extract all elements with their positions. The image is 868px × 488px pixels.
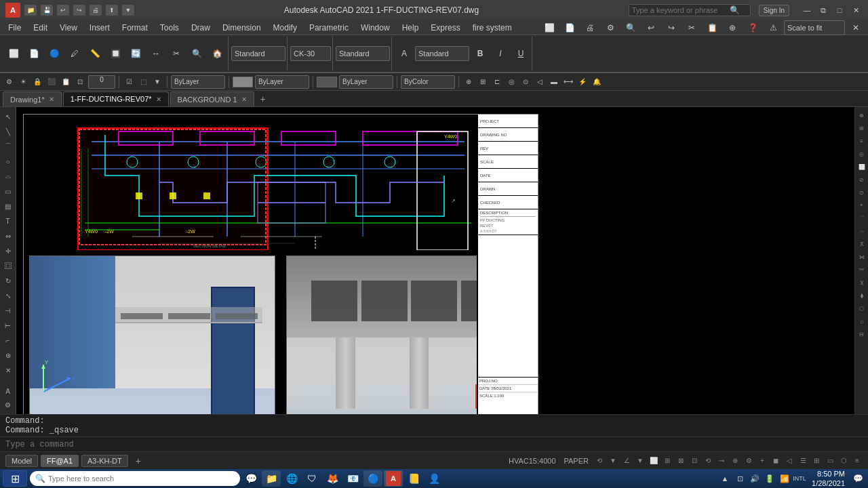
rs-btn-8[interactable]: ⌖ bbox=[856, 200, 867, 211]
status-icon-4[interactable]: ▼ bbox=[635, 455, 646, 466]
taskbar-cortana[interactable]: 💬 bbox=[241, 470, 260, 487]
status-icon-2[interactable]: ▼ bbox=[608, 455, 618, 466]
tool-pointer[interactable]: ↖ bbox=[1, 110, 15, 123]
tool-polyline[interactable]: ⌒ bbox=[1, 140, 15, 153]
export-icon[interactable]: ⬆ bbox=[106, 5, 118, 16]
taskbar-edge[interactable]: 🌐 bbox=[282, 470, 301, 487]
status-icon-17[interactable]: ⊞ bbox=[811, 455, 822, 466]
rs-btn-10[interactable]: ⌓ bbox=[856, 226, 867, 237]
rs-btn-13[interactable]: ⌤ bbox=[856, 264, 867, 275]
style2-dropdown[interactable]: Standard bbox=[336, 46, 390, 61]
rs-btn-16[interactable]: ⬡ bbox=[856, 303, 867, 314]
tool-circle[interactable]: ○ bbox=[1, 155, 15, 168]
ribbon-btn-10[interactable]: 🔍 bbox=[187, 45, 206, 62]
toolbar-icon-7[interactable]: ↪ bbox=[662, 19, 681, 37]
t2-lw-btn[interactable]: ▬ bbox=[548, 75, 560, 89]
rs-btn-12[interactable]: ⋈ bbox=[856, 251, 867, 262]
status-icon-19[interactable]: ⬡ bbox=[838, 455, 849, 466]
toolbar-icon-6[interactable]: ↩ bbox=[642, 19, 660, 37]
tool-settings[interactable]: ⚙ bbox=[1, 398, 15, 411]
ribbon-btn-5[interactable]: 📏 bbox=[85, 45, 104, 62]
tab-ff-ducting[interactable]: 1-FF-DUCTING-REV07* ✕ bbox=[63, 92, 169, 106]
taskbar-notes[interactable]: 📒 bbox=[404, 470, 423, 487]
toolbar-icon-11[interactable]: ❓ bbox=[743, 19, 762, 37]
rs-btn-5[interactable]: ⬜ bbox=[856, 161, 867, 172]
t2-tp-btn[interactable]: ⟷ bbox=[562, 75, 574, 89]
maximize-button[interactable]: ⧉ bbox=[816, 3, 830, 17]
bycolor-dropdown[interactable]: ByColor bbox=[401, 75, 455, 89]
taskbar-autocad[interactable]: A bbox=[384, 470, 403, 487]
rs-btn-11[interactable]: ⊼ bbox=[856, 239, 867, 249]
ribbon-btn-7[interactable]: 🔄 bbox=[126, 45, 145, 62]
plot-icon[interactable]: 🖨 bbox=[90, 5, 102, 16]
tool-text[interactable]: T bbox=[1, 214, 15, 228]
status-icon-12[interactable]: ⚙ bbox=[743, 455, 754, 466]
menu-parametric[interactable]: Parametric bbox=[304, 22, 354, 34]
toolbar-icon-9[interactable]: 📋 bbox=[703, 19, 722, 37]
command-input[interactable] bbox=[0, 440, 868, 449]
toolbar-icon-5[interactable]: 🔍 bbox=[621, 19, 640, 37]
ribbon-btn-4[interactable]: 🖊 bbox=[65, 45, 84, 62]
layer-input[interactable]: 0 bbox=[88, 75, 115, 89]
tool-erase[interactable]: ✕ bbox=[1, 363, 15, 377]
a3-kh-dt-tab[interactable]: A3-KH-DT bbox=[81, 455, 128, 467]
restore-button[interactable]: □ bbox=[833, 3, 846, 17]
ck30-dropdown[interactable]: CK-30 bbox=[290, 46, 331, 61]
taskbar-mail[interactable]: 📧 bbox=[343, 470, 362, 487]
notification-button[interactable]: 💬 bbox=[850, 471, 865, 486]
t2-dyn-btn[interactable]: ◁ bbox=[534, 75, 546, 89]
status-icon-8[interactable]: ⊡ bbox=[689, 455, 700, 466]
model-tab[interactable]: Model bbox=[5, 455, 38, 467]
canvas-area[interactable]: Y4W0 Y4W0 -2W -2W bbox=[16, 107, 868, 414]
tool-arc[interactable]: ⌓ bbox=[1, 169, 15, 183]
tool-copy[interactable]: ⿴ bbox=[1, 259, 15, 272]
menu-edit[interactable]: Edit bbox=[28, 22, 53, 34]
rs-btn-7[interactable]: ⊙ bbox=[856, 187, 867, 198]
tool-move[interactable]: ✛ bbox=[1, 244, 15, 258]
tray-wifi[interactable]: 📶 bbox=[778, 472, 791, 485]
start-button[interactable]: ⊞ bbox=[3, 470, 27, 487]
status-icon-14[interactable]: ◼ bbox=[770, 455, 781, 466]
status-icon-5[interactable]: ⬜ bbox=[648, 455, 659, 466]
menu-format[interactable]: Format bbox=[117, 22, 153, 34]
t2-polar-btn[interactable]: ◎ bbox=[505, 75, 517, 89]
title-search[interactable]: 🔍 bbox=[629, 4, 751, 16]
ribbon-underline-icon[interactable]: U bbox=[511, 45, 530, 62]
tray-volume[interactable]: 🔊 bbox=[748, 472, 762, 485]
menu-view[interactable]: View bbox=[54, 22, 83, 34]
rs-btn-15[interactable]: ⧫ bbox=[856, 290, 867, 301]
t2-qs-btn[interactable]: ⚡ bbox=[576, 75, 589, 89]
toolbar-icon-2[interactable]: 📄 bbox=[560, 19, 579, 37]
save-icon[interactable]: 💾 bbox=[41, 5, 53, 16]
t2-btn-1[interactable]: ⚙ bbox=[3, 75, 15, 89]
sign-in-button[interactable]: Sign In bbox=[759, 5, 789, 16]
menu-dimension[interactable]: Dimension bbox=[217, 22, 267, 34]
menu-tools[interactable]: Tools bbox=[155, 22, 184, 34]
linetype-preview[interactable] bbox=[233, 77, 253, 87]
status-icon-9[interactable]: ⟲ bbox=[703, 455, 713, 466]
menu-window[interactable]: Window bbox=[355, 22, 395, 34]
tool-hatch[interactable]: ▤ bbox=[1, 199, 15, 213]
scale-settings-icon[interactable]: ✕ bbox=[846, 19, 865, 37]
menu-express[interactable]: Express bbox=[425, 22, 465, 34]
tab-drawing1-close[interactable]: ✕ bbox=[49, 96, 54, 103]
toolbar-icon-10[interactable]: ⊕ bbox=[723, 19, 742, 37]
t2-btn-3[interactable]: 🔒 bbox=[31, 75, 43, 89]
status-icon-13[interactable]: + bbox=[757, 455, 768, 466]
style3-dropdown[interactable]: Standard bbox=[415, 46, 469, 61]
t2-btn-9[interactable]: ▼ bbox=[151, 75, 163, 89]
title-search-input[interactable] bbox=[632, 6, 727, 14]
ff-a1-tab[interactable]: FF@A1 bbox=[41, 455, 79, 467]
t2-an-btn[interactable]: 🔔 bbox=[591, 75, 603, 89]
tab-background[interactable]: BACKGROUND 1 ✕ bbox=[170, 92, 254, 106]
menu-insert[interactable]: Insert bbox=[84, 22, 115, 34]
scale-dropdown[interactable]: Scale to fit bbox=[784, 20, 845, 35]
tool-scale[interactable]: ⤡ bbox=[1, 289, 15, 302]
t2-btn-4[interactable]: ⬛ bbox=[45, 75, 58, 89]
taskbar-search[interactable]: 🔍 bbox=[30, 471, 240, 486]
tray-lang[interactable]: INTL bbox=[793, 472, 806, 485]
bylayer3-dropdown[interactable]: ByLayer bbox=[339, 75, 393, 89]
t2-snap-btn[interactable]: ⊕ bbox=[462, 75, 475, 89]
toolbar-icon-12[interactable]: ⚠ bbox=[764, 19, 783, 37]
open-icon[interactable]: 📁 bbox=[24, 5, 37, 16]
